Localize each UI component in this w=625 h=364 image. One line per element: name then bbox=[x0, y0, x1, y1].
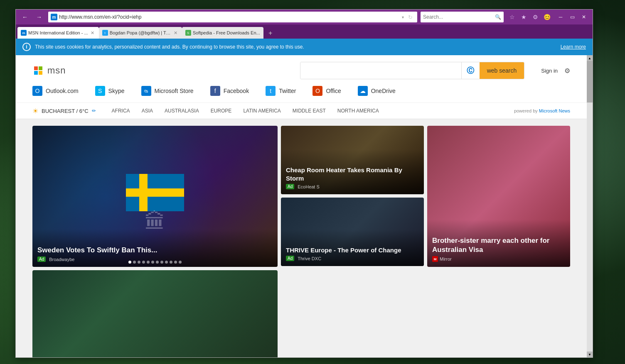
cricket-card[interactable]: Pakistani cricketer trolled over viral v… bbox=[32, 270, 278, 357]
tab-close-msn[interactable]: ✕ bbox=[90, 30, 96, 36]
wedding-source: M Mirror bbox=[432, 256, 565, 262]
msn-search-bar: Ⓒ web search bbox=[300, 62, 524, 79]
onedrive-label: OneDrive bbox=[371, 88, 396, 94]
region-middle-east[interactable]: MIDDLE EAST bbox=[287, 106, 332, 115]
dot-9[interactable] bbox=[165, 261, 168, 264]
scroll-up-button[interactable]: ▲ bbox=[587, 55, 593, 61]
nav-link-store[interactable]: 🛍 Microsoft Store bbox=[141, 86, 194, 96]
featured-image: 🏛 Sweden Votes To Swiftly Ban This... Ad… bbox=[32, 126, 278, 267]
ad-thrive-card[interactable]: THRIVE Europe - The Power of Change Ad T… bbox=[281, 198, 424, 266]
search-bar-container: 🔍 bbox=[421, 12, 504, 22]
page-content: msn Ⓒ web search Sign in ⚙ O bbox=[16, 55, 587, 357]
tab-favicon-twitter: t bbox=[102, 30, 108, 36]
header-settings-icon[interactable]: ⚙ bbox=[564, 67, 570, 75]
mirror-logo: M bbox=[432, 256, 438, 262]
ad-thrive-badge: Ad bbox=[286, 256, 294, 261]
dot-6[interactable] bbox=[151, 261, 154, 264]
ad-thrive-source: Ad Thrive DXC bbox=[286, 256, 419, 261]
facebook-icon: f bbox=[210, 86, 220, 96]
favorites-star-icon[interactable]: ☆ bbox=[507, 12, 517, 22]
refresh-button[interactable]: ↻ bbox=[406, 12, 415, 22]
dot-1[interactable] bbox=[128, 261, 131, 264]
onedrive-icon: ☁ bbox=[358, 86, 368, 96]
region-europe[interactable]: EUROPE bbox=[205, 106, 238, 115]
dot-7[interactable] bbox=[156, 261, 159, 264]
new-tab-button[interactable]: + bbox=[265, 28, 276, 39]
sweden-flag bbox=[126, 174, 184, 211]
region-asia[interactable]: ASIA bbox=[136, 106, 159, 115]
ad-thrive-overlay: THRIVE Europe - The Power of Change Ad T… bbox=[281, 230, 424, 266]
wedding-headline: Brother-sister marry each other for Aust… bbox=[432, 236, 565, 254]
bing-logo-container: Ⓒ bbox=[461, 62, 480, 79]
nav-link-outlook[interactable]: O Outlook.com bbox=[32, 86, 79, 96]
weather-icon: ☀ bbox=[32, 107, 38, 115]
news-section: 🏛 Sweden Votes To Swiftly Ban This... Ad… bbox=[16, 119, 587, 357]
carousel-dots bbox=[128, 261, 182, 264]
dot-2[interactable] bbox=[133, 261, 136, 264]
ad-cards-column: Cheap Room Heater Takes Romania By Storm… bbox=[281, 126, 424, 267]
dot-5[interactable] bbox=[147, 261, 150, 264]
microsoft-news-link[interactable]: Microsoft News bbox=[539, 108, 570, 113]
news-featured-card[interactable]: 🏛 Sweden Votes To Swiftly Ban This... Ad… bbox=[32, 126, 278, 267]
featured-headline: Sweden Votes To Swiftly Ban This... bbox=[37, 246, 273, 255]
dot-3[interactable] bbox=[138, 261, 140, 264]
nav-link-onedrive[interactable]: ☁ OneDrive bbox=[358, 86, 396, 96]
location-bar: ☀ BUCHAREST / 6°C ✏ AFRICA ASIA AUSTRALA… bbox=[16, 103, 587, 119]
web-search-button[interactable]: web search bbox=[480, 62, 524, 79]
dot-11[interactable] bbox=[174, 261, 177, 264]
skype-label: Skype bbox=[108, 88, 125, 94]
ad-heater-headline: Cheap Room Heater Takes Romania By Storm bbox=[286, 166, 419, 182]
minimize-button[interactable]: ─ bbox=[555, 12, 566, 22]
wedding-card[interactable]: Brother-sister marry each other for Aust… bbox=[427, 126, 570, 267]
region-australasia[interactable]: AUSTRALASIA bbox=[159, 106, 205, 115]
tab-close-twitter[interactable]: ✕ bbox=[173, 30, 179, 36]
msn-nav: O Outlook.com S Skype 🛍 Microsoft Store … bbox=[16, 86, 587, 103]
region-latin[interactable]: LATIN AMERICA bbox=[237, 106, 286, 115]
tab-msn[interactable]: m MSN International Edition - ... ✕ bbox=[17, 27, 99, 39]
nav-link-skype[interactable]: S Skype bbox=[95, 86, 125, 96]
office-label: Office bbox=[326, 88, 341, 94]
settings-gear-icon[interactable]: ⚙ bbox=[530, 12, 540, 22]
tab-softpedia[interactable]: S Softpedia - Free Downloads En... bbox=[182, 27, 263, 39]
dot-4[interactable] bbox=[142, 261, 145, 264]
title-bar: ← → m ▾ ↻ 🔍 ☆ ★ ⚙ 😊 ─ ▭ ✕ bbox=[16, 10, 593, 24]
dot-12[interactable] bbox=[179, 261, 182, 264]
dot-8[interactable] bbox=[160, 261, 163, 264]
msn-search-input[interactable] bbox=[300, 62, 461, 79]
ad-thrive-headline: THRIVE Europe - The Power of Change bbox=[286, 246, 419, 254]
scroll-down-button[interactable]: ▼ bbox=[587, 352, 593, 357]
favorites-icon[interactable]: ★ bbox=[519, 12, 529, 22]
close-button[interactable]: ✕ bbox=[578, 12, 589, 22]
sign-in-button[interactable]: Sign in bbox=[541, 68, 558, 74]
region-north-america[interactable]: NORTH AMERICA bbox=[332, 106, 385, 115]
maximize-button[interactable]: ▭ bbox=[567, 12, 578, 22]
twitter-label: Twitter bbox=[279, 88, 296, 94]
nav-link-twitter[interactable]: t Twitter bbox=[266, 86, 296, 96]
dot-10[interactable] bbox=[170, 261, 172, 264]
nav-link-office[interactable]: O Office bbox=[312, 86, 341, 96]
skype-icon: S bbox=[95, 86, 105, 96]
address-bar-favicon: m bbox=[51, 14, 57, 20]
ad-heater-badge: Ad bbox=[286, 184, 294, 189]
browser-search-input[interactable] bbox=[423, 14, 495, 20]
location-edit-icon[interactable]: ✏ bbox=[92, 108, 96, 114]
user-avatar-icon[interactable]: 😊 bbox=[542, 12, 552, 22]
store-icon: 🛍 bbox=[141, 86, 151, 96]
forward-button[interactable]: → bbox=[33, 11, 45, 23]
wedding-overlay: Brother-sister marry each other for Aust… bbox=[427, 220, 570, 267]
ad-heater-card[interactable]: Cheap Room Heater Takes Romania By Storm… bbox=[281, 126, 424, 194]
scroll-thumb[interactable] bbox=[587, 61, 593, 103]
office-icon: O bbox=[312, 86, 322, 96]
nav-link-facebook[interactable]: f Facebook bbox=[210, 86, 249, 96]
ad-heater-source: Ad EcoHeat S bbox=[286, 184, 419, 189]
learn-more-link[interactable]: Learn more bbox=[561, 44, 586, 50]
back-button[interactable]: ← bbox=[19, 11, 31, 23]
tab-twitter[interactable]: t Bogdan Popa (@bgdftw) | Twit... ✕ bbox=[99, 27, 182, 39]
main-scrollbar: ▲ ▼ bbox=[587, 55, 593, 357]
region-tabs: AFRICA ASIA AUSTRALASIA EUROPE LATIN AME… bbox=[106, 106, 385, 115]
address-dropdown-icon[interactable]: ▾ bbox=[402, 15, 404, 20]
nav-controls: ← → bbox=[19, 11, 45, 23]
browser-search-icon[interactable]: 🔍 bbox=[495, 14, 501, 20]
address-input[interactable] bbox=[59, 14, 400, 20]
region-africa[interactable]: AFRICA bbox=[106, 106, 136, 115]
